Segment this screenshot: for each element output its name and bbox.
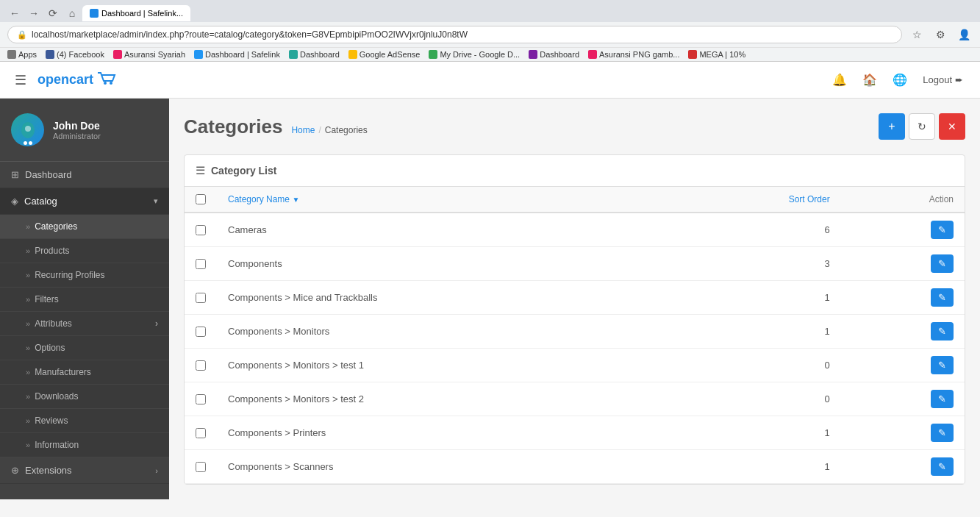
extensions-chevron-icon: › [155, 466, 158, 475]
bookmark-google-adsense[interactable]: Google AdSense [348, 50, 421, 59]
sidebar-item-categories[interactable]: » Categories [0, 215, 169, 239]
row-checkbox[interactable] [196, 462, 206, 472]
url-bar[interactable]: 🔒 localhost/marketplace/admin/index.php?… [7, 26, 902, 43]
tab-favicon [90, 9, 99, 18]
extensions-btn[interactable]: ⚙ [931, 26, 949, 43]
bookmark-drive[interactable]: My Drive - Google D... [429, 50, 520, 59]
delete-button[interactable]: ✕ [939, 113, 965, 140]
recurring-arrow-icon: » [26, 271, 30, 279]
globe-button[interactable]: 🌐 [887, 67, 913, 93]
logout-button[interactable]: Logout ➨ [917, 68, 969, 91]
sidebar-item-reviews[interactable]: » Reviews [0, 409, 169, 433]
bookmark-star[interactable]: ☆ [908, 26, 926, 43]
row-checkbox[interactable] [196, 360, 206, 371]
row-checkbox-cell [185, 315, 217, 349]
row-checkbox[interactable] [196, 327, 206, 337]
bookmark-mega-label: MEGA | 10% [699, 50, 745, 59]
home-icon-button[interactable]: 🏠 [856, 67, 883, 93]
sidebar-item-dashboard[interactable]: ⊞ Dashboard [0, 162, 169, 188]
row-checkbox[interactable] [196, 225, 206, 235]
sidebar-item-information[interactable]: » Information [0, 433, 169, 457]
edit-button[interactable]: ✎ [931, 221, 954, 239]
reload-button[interactable]: ⟳ [44, 4, 62, 22]
notification-button[interactable]: 🔔 [826, 67, 853, 93]
edit-button[interactable]: ✎ [931, 457, 954, 476]
filters-arrow-icon: » [26, 295, 30, 304]
back-button[interactable]: ← [6, 4, 24, 22]
bookmark-dash2[interactable]: Dashboard [529, 50, 579, 59]
select-all-checkbox[interactable] [196, 194, 206, 204]
breadcrumb-home-link[interactable]: Home [291, 125, 315, 135]
row-sort-order: 1 [673, 281, 841, 315]
sidebar-item-options[interactable]: » Options [0, 336, 169, 360]
sidebar-dashboard-label: Dashboard [25, 169, 72, 180]
bookmark-safelink[interactable]: Dashboard | Safelink [194, 50, 280, 59]
sidebar-item-filters[interactable]: » Filters [0, 288, 169, 312]
bookmark-dash2-label: Dashboard [540, 50, 579, 59]
refresh-button[interactable]: ↻ [909, 113, 935, 140]
th-action: Action [841, 187, 965, 213]
sidebar-item-recurring-profiles[interactable]: » Recurring Profiles [0, 263, 169, 288]
sidebar-recurring-label: Recurring Profiles [35, 270, 104, 280]
th-category-name[interactable]: Category Name ▼ [217, 187, 673, 213]
table-row: Cameras 6 ✎ [185, 213, 965, 247]
bookmark-dash1[interactable]: Dashboard [289, 50, 340, 59]
bookmark-mega[interactable]: MEGA | 10% [688, 50, 745, 59]
bookmark-google-label: Google AdSense [360, 50, 421, 59]
sidebar: John Doe Administrator ⊞ Dashboard ◈ Cat… [0, 99, 169, 499]
category-table: Category Name ▼ Sort Order Action Camera… [185, 187, 965, 484]
sidebar-products-label: Products [35, 246, 69, 256]
row-checkbox[interactable] [196, 394, 206, 404]
bookmark-asuransi[interactable]: Asuransi Syariah [113, 50, 185, 59]
breadcrumb-current: Categories [325, 125, 368, 135]
table-row: Components > Monitors 1 ✎ [185, 315, 965, 349]
list-icon: ☰ [196, 164, 205, 177]
row-category-name: Components > Mice and Trackballs [217, 281, 673, 315]
browser-tabs: ← → ⟳ ⌂ Dashboard | Safelink... [0, 0, 980, 22]
sidebar-item-catalog[interactable]: ◈ Catalog ▾ [0, 188, 169, 215]
edit-button[interactable]: ✎ [931, 424, 954, 442]
active-tab[interactable]: Dashboard | Safelink... [82, 5, 190, 21]
sidebar-item-downloads[interactable]: » Downloads [0, 385, 169, 409]
sidebar-categories-label: Categories [35, 221, 77, 232]
table-row: Components 3 ✎ [185, 247, 965, 281]
add-button[interactable]: + [879, 113, 905, 140]
add-icon: + [888, 120, 895, 133]
edit-button[interactable]: ✎ [931, 254, 954, 273]
edit-button[interactable]: ✎ [931, 390, 954, 408]
sidebar-item-attributes[interactable]: » Attributes › [0, 312, 169, 336]
forward-button[interactable]: → [25, 4, 43, 22]
row-checkbox[interactable] [196, 259, 206, 269]
table-row: Components > Mice and Trackballs 1 ✎ [185, 281, 965, 315]
sidebar-manufacturers-label: Manufacturers [35, 367, 91, 377]
bookmark-asuransi2[interactable]: Asuransi PNG gamb... [588, 50, 679, 59]
sidebar-item-manufacturers[interactable]: » Manufacturers [0, 360, 169, 385]
bookmark-facebook[interactable]: (4) Facebook [46, 50, 104, 59]
row-action-cell: ✎ [841, 213, 965, 247]
svg-point-2 [25, 126, 31, 132]
catalog-submenu: » Categories » Products » Recurring Prof… [0, 215, 169, 457]
row-checkbox[interactable] [196, 428, 206, 438]
bookmark-apps[interactable]: Apps [7, 50, 37, 59]
edit-button[interactable]: ✎ [931, 288, 954, 307]
edit-button[interactable]: ✎ [931, 356, 954, 374]
row-checkbox-cell [185, 247, 217, 281]
hamburger-button[interactable]: ☰ [11, 68, 30, 92]
table-row: Components > Monitors > test 2 0 ✎ [185, 382, 965, 416]
avatar [11, 113, 44, 146]
bookmark-apps-label: Apps [18, 50, 37, 59]
sidebar-item-extensions[interactable]: ⊕ Extensions › [0, 457, 169, 484]
bookmark-dash1-label: Dashboard [300, 50, 340, 59]
sidebar-item-products[interactable]: » Products [0, 239, 169, 263]
home-button[interactable]: ⌂ [63, 4, 81, 22]
bookmark-asuransi-label: Asuransi Syariah [124, 50, 185, 59]
th-sort-order[interactable]: Sort Order [673, 187, 841, 213]
browser-chrome: ← → ⟳ ⌂ Dashboard | Safelink... 🔒 localh… [0, 0, 980, 62]
category-table-body: Cameras 6 ✎ Components 3 ✎ [185, 213, 965, 484]
page-actions: + ↻ ✕ [879, 113, 965, 140]
top-nav-left: ☰ opencart [11, 68, 117, 92]
row-checkbox[interactable] [196, 293, 206, 303]
table-row: Components > Monitors > test 1 0 ✎ [185, 349, 965, 382]
profile-btn[interactable]: 👤 [955, 26, 973, 43]
edit-button[interactable]: ✎ [931, 322, 954, 340]
